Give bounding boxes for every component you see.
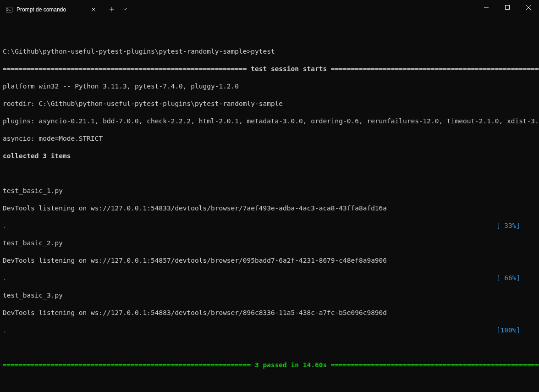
devtools-line: DevTools listening on ws://127.0.0.1:548…	[3, 309, 536, 317]
close-window-button[interactable]	[518, 0, 539, 15]
svg-rect-7	[506, 6, 510, 10]
minimize-button[interactable]	[476, 0, 497, 15]
terminal-output[interactable]: C:\Github\python-useful-pytest-plugins\p…	[0, 17, 539, 392]
rootdir-line: rootdir: C:\Github\python-useful-pytest-…	[3, 99, 536, 108]
collected-line: collected 3 items	[3, 152, 536, 160]
pass-dot: .	[3, 274, 7, 282]
devtools-line: DevTools listening on ws://127.0.0.1:548…	[3, 204, 536, 213]
terminal-icon	[6, 6, 13, 13]
tab-title: Prompt de comando	[16, 6, 66, 14]
progress-pct: [ 33%]	[496, 221, 520, 230]
summary-line: ========================================…	[3, 361, 536, 370]
test-file-3: test_basic_3.py	[3, 291, 536, 300]
asyncio-line: asyncio: mode=Mode.STRICT	[3, 134, 536, 143]
test-file-2: test_basic_2.py	[3, 239, 536, 248]
platform-line: platform win32 -- Python 3.11.3, pytest-…	[3, 82, 536, 91]
summary-eq: ========================================…	[327, 361, 539, 370]
pass-dot: .	[3, 221, 7, 230]
progress-row: .[ 66%]	[3, 274, 536, 282]
session-header: ========================================…	[3, 65, 536, 73]
pass-dot: .	[3, 326, 7, 335]
tab-command-prompt[interactable]: Prompt de comando	[0, 2, 102, 17]
new-tab-button[interactable]	[104, 2, 119, 17]
devtools-line: DevTools listening on ws://127.0.0.1:548…	[3, 256, 536, 265]
svg-rect-0	[6, 7, 12, 12]
maximize-button[interactable]	[497, 0, 518, 15]
plugins-line: plugins: asyncio-0.21.1, bdd-7.0.0, chec…	[3, 117, 536, 126]
summary-passed: 3 passed	[255, 361, 287, 370]
progress-row: .[100%]	[3, 326, 536, 335]
tab-dropdown-icon[interactable]	[119, 2, 130, 17]
progress-row: .[ 33%]	[3, 221, 536, 230]
test-file-1: test_basic_1.py	[3, 187, 536, 195]
titlebar: Prompt de comando	[0, 0, 539, 17]
summary-time: in 14.60s	[287, 361, 327, 370]
progress-pct: [100%]	[496, 326, 520, 335]
prompt-line: C:\Github\python-useful-pytest-plugins\p…	[3, 47, 536, 56]
close-tab-icon[interactable]	[90, 6, 97, 13]
summary-eq: ========================================…	[3, 361, 255, 370]
progress-pct: [ 66%]	[496, 274, 520, 282]
window-controls	[476, 0, 539, 15]
